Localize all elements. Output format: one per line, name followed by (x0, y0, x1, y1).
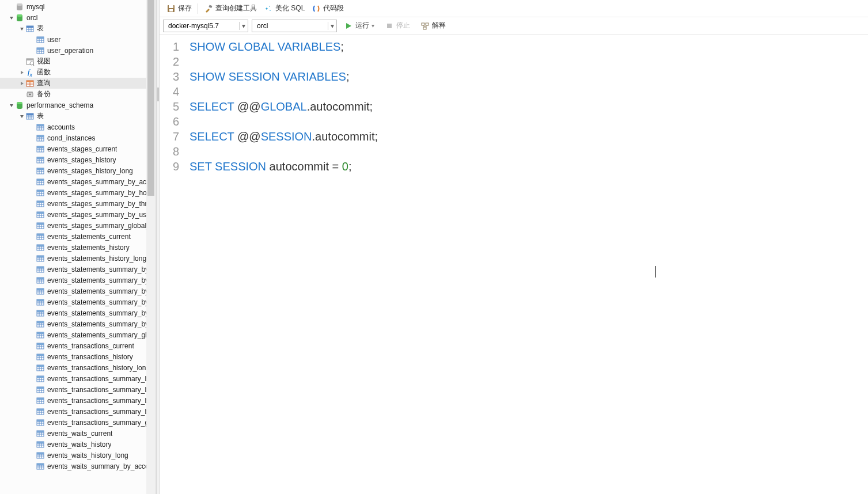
tree-item[interactable]: events_transactions_summary_by_a (0, 373, 156, 384)
tree-item[interactable]: events_statements_summary_globa (0, 329, 156, 340)
tree-item[interactable]: 表 (0, 23, 156, 34)
tree-item[interactable]: 视图 (0, 56, 156, 67)
tree-item[interactable]: events_transactions_summary_by_h (0, 384, 156, 395)
expand-arrow-icon[interactable] (18, 80, 25, 87)
code-line[interactable]: SELECT @@GLOBAL.autocommit; (189, 99, 868, 114)
tree-item[interactable]: user_operation (0, 45, 156, 56)
tree-item[interactable]: events_transactions_summary_glob (0, 417, 156, 428)
expand-arrow-icon (29, 146, 36, 153)
tree-item[interactable]: events_waits_summary_by_account (0, 461, 156, 472)
code-line[interactable] (189, 144, 868, 159)
tree-item[interactable]: events_stages_summary_by_host_by (0, 187, 156, 198)
tree-item[interactable]: 查询 (0, 78, 156, 89)
tree-item[interactable]: events_statements_history (0, 242, 156, 253)
connection-value: docker-mysql5.7 (168, 22, 237, 30)
tree-item[interactable]: events_transactions_summary_by_u (0, 406, 156, 417)
expand-arrow-icon (29, 244, 36, 251)
tree-item[interactable]: events_transactions_history (0, 351, 156, 362)
tree-item[interactable]: events_statements_summary_by_th (0, 307, 156, 318)
expand-arrow-icon (29, 124, 36, 131)
tree-item[interactable]: events_statements_summary_by_pr (0, 297, 156, 307)
table-icon (36, 440, 45, 449)
save-button[interactable]: 保存 (163, 2, 195, 16)
tree-item[interactable]: events_stages_history (0, 154, 156, 165)
tree-item[interactable]: events_stages_summary_by_thread (0, 198, 156, 209)
code-line[interactable]: SELECT @@SESSION.autocommit; (189, 129, 868, 144)
explain-button[interactable]: 解释 (417, 19, 449, 33)
tree-item[interactable]: events_stages_summary_by_user_by (0, 209, 156, 220)
tree-item-label: events_statements_summary_globa (47, 331, 153, 339)
expand-arrow-icon[interactable] (8, 14, 15, 21)
sidebar-scrollbar[interactable] (146, 0, 156, 494)
database-select[interactable]: orcl ▾ (252, 20, 337, 32)
code-line[interactable] (189, 54, 868, 69)
expand-arrow-icon (29, 386, 36, 393)
tree-item[interactable]: accounts (0, 121, 156, 132)
table-icon (36, 199, 45, 208)
tree-item[interactable]: events_stages_history_long (0, 165, 156, 176)
tree-item[interactable]: events_waits_history_long (0, 450, 156, 461)
expand-arrow-icon (29, 375, 36, 382)
tree-item-label: user (47, 36, 60, 44)
query-builder-button[interactable]: 查询创建工具 (200, 2, 260, 16)
expand-arrow-icon[interactable] (8, 102, 15, 109)
beautify-sql-button[interactable]: 美化 SQL (260, 2, 308, 16)
expand-arrow-icon[interactable] (18, 69, 25, 76)
tree-item[interactable]: events_transactions_history_long (0, 362, 156, 373)
tree-item[interactable]: orcl (0, 12, 156, 23)
tree-item[interactable]: events_statements_history_long (0, 253, 156, 264)
line-number: 6 (160, 114, 179, 129)
explain-icon (420, 21, 430, 31)
expand-arrow-icon (29, 135, 36, 142)
scrollbar-thumb[interactable] (147, 0, 154, 196)
tree-item[interactable]: cond_instances (0, 132, 156, 143)
code-line[interactable]: SHOW GLOBAL VARIABLES; (189, 39, 868, 54)
sql-editor[interactable]: 123456789 SHOW GLOBAL VARIABLES; SHOW SE… (160, 35, 868, 494)
run-button[interactable]: 运行 ▾ (340, 19, 378, 33)
tree-item[interactable]: events_waits_current (0, 428, 156, 439)
tree-item[interactable]: events_statements_summary_by_ac (0, 264, 156, 275)
tree-item-label: events_stages_history (47, 156, 116, 164)
code-line[interactable] (189, 84, 868, 99)
tree-item[interactable]: events_statements_summary_by_di (0, 275, 156, 286)
expand-arrow-icon[interactable] (18, 113, 25, 120)
tree-item[interactable]: events_statements_current (0, 231, 156, 242)
tree-item[interactable]: events_transactions_summary_by_t (0, 395, 156, 406)
snippet-label: 代码段 (323, 3, 344, 13)
table-icon (36, 155, 45, 165)
table-icon (36, 429, 45, 438)
tree-item[interactable]: events_statements_summary_by_us (0, 318, 156, 329)
function-icon: fx (25, 68, 35, 77)
code-area[interactable]: SHOW GLOBAL VARIABLES; SHOW SESSION VARI… (186, 35, 868, 494)
tree-item[interactable]: performance_schema (0, 100, 156, 111)
tree-item[interactable]: events_stages_summary_by_account (0, 176, 156, 187)
tree-item-label: events_waits_current (47, 430, 112, 438)
tree-item[interactable]: fx函数 (0, 67, 156, 78)
tree-item-label: 备份 (37, 89, 51, 99)
snippet-button[interactable]: 代码段 (308, 2, 347, 16)
tree-item[interactable]: events_stages_current (0, 143, 156, 154)
expand-arrow-icon (29, 397, 36, 404)
tree-item[interactable]: events_waits_history (0, 439, 156, 450)
tree-item[interactable]: events_statements_summary_by_ho (0, 286, 156, 297)
expand-arrow-icon (29, 157, 36, 164)
code-line[interactable]: SHOW SESSION VARIABLES; (189, 69, 868, 84)
sidebar: mysqlorcl表useruser_operation视图fx函数查询备份pe… (0, 0, 156, 494)
tree-item-label: events_transactions_summary_glob (47, 419, 153, 427)
code-line[interactable] (189, 114, 868, 129)
tree-item[interactable]: events_transactions_current (0, 340, 156, 351)
tree-item[interactable]: mysql (0, 1, 156, 12)
connection-select[interactable]: docker-mysql5.7 ▾ (163, 20, 248, 32)
db-tree[interactable]: mysqlorcl表useruser_operation视图fx函数查询备份pe… (0, 0, 156, 472)
table-icon (36, 385, 45, 394)
run-label: 运行 (355, 21, 369, 31)
tree-item[interactable]: 表 (0, 111, 156, 121)
stop-button[interactable]: 停止 (381, 19, 414, 33)
tree-item[interactable]: 备份 (0, 89, 156, 100)
tree-item-label: events_transactions_summary_by_a (47, 375, 153, 383)
expand-arrow-icon[interactable] (18, 25, 25, 32)
tree-item[interactable]: events_stages_summary_global_by (0, 220, 156, 231)
tree-item[interactable]: user (0, 34, 156, 45)
table-icon (36, 166, 45, 176)
code-line[interactable]: SET SESSION autocommit = 0; (189, 159, 868, 174)
